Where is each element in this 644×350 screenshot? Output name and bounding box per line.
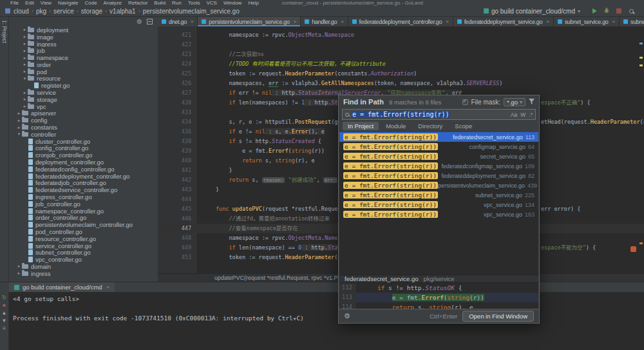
search-result-row[interactable]: e = fmt.Errorf(string(r))secret_service.… [339, 151, 538, 161]
tree-item-ingress[interactable]: ▸ingress [9, 41, 158, 48]
chevron-collapsed-icon[interactable]: ▸ [22, 62, 28, 67]
chevron-collapsed-icon[interactable]: ▸ [16, 264, 22, 269]
line-number[interactable]: 445 [158, 204, 196, 214]
chevron-expanded-icon[interactable]: ▾ [16, 131, 22, 137]
breadcrumb-item[interactable]: persistentvolumeclaim_service.go [143, 8, 240, 15]
tree-item-federatedjob_controller-go[interactable]: federatedjob_controller.go [9, 180, 158, 187]
file-mask-checkbox[interactable] [462, 99, 468, 105]
tree-item-job_controller-go[interactable]: job_controller.go [9, 200, 158, 208]
tree-item-deployment_controller-go[interactable]: deployment_controller.go [9, 159, 158, 166]
scroll-down-icon[interactable]: ▼ [2, 318, 7, 324]
line-number[interactable]: 430 [158, 98, 196, 108]
tree-item-federatedservice_controller-go[interactable]: federatedservice_controller.go [9, 186, 158, 193]
tree-item-config_controller-go[interactable]: config_controller.go [9, 145, 158, 152]
tree-item-pod_controller-go[interactable]: pod_controller.go [9, 228, 158, 235]
breadcrumb-item[interactable]: v1alpha1 [109, 8, 136, 15]
close-icon[interactable]: × [107, 284, 110, 290]
search-result-row[interactable]: e = fmt.Errorf(string(r))persistentvolum… [339, 180, 538, 190]
code-line[interactable]: 425 token := request.HeaderParameter(con… [158, 69, 644, 79]
line-number[interactable]: 427 [158, 88, 196, 98]
tree-item-image[interactable]: ▸image [9, 34, 158, 41]
gear-icon[interactable]: ⚙ [137, 18, 142, 25]
tree-item-namespace[interactable]: ▸namespace [9, 54, 158, 61]
breadcrumb-item[interactable]: service [53, 8, 74, 15]
line-number[interactable]: 433 [158, 108, 196, 117]
menu-analyze[interactable]: Analyze [104, 0, 122, 6]
tree-item-ingress[interactable]: ▸ingress [9, 270, 158, 277]
tree-item-job[interactable]: ▸job [9, 47, 158, 54]
chevron-collapsed-icon[interactable]: ▸ [22, 69, 28, 74]
line-number[interactable]: 425 [158, 69, 196, 79]
close-icon[interactable]: × [446, 19, 448, 24]
line-number[interactable]: 444 [158, 195, 196, 204]
tree-item-config[interactable]: ▸config [9, 117, 158, 124]
search-result-row[interactable]: e = fmt.Errorf(string(r))vpc_service.go1… [339, 209, 538, 219]
code-line[interactable]: 423 //二次获取ns [158, 50, 644, 59]
editor-tab[interactable]: subnet_service.go× [554, 17, 620, 26]
option---icon[interactable]: .* [529, 112, 533, 118]
menu-vcs[interactable]: VCS [206, 0, 216, 6]
chevron-collapsed-icon[interactable]: ▸ [16, 125, 22, 130]
option-W-icon[interactable]: W [520, 112, 526, 118]
rerun-icon[interactable]: ↻ [2, 295, 6, 300]
line-number[interactable]: 453 [158, 253, 196, 262]
code-line[interactable]: 421 namespace := rpvc.ObjectMeta.Namespa… [158, 30, 644, 40]
search-result-row[interactable]: e = fmt.Errorf(string(r))configmap_servc… [339, 142, 538, 151]
line-number[interactable]: 449 [158, 243, 196, 253]
chevron-expanded-icon[interactable]: ▾ [22, 76, 28, 81]
menu-run[interactable]: Run [172, 0, 182, 6]
menu-edit[interactable]: Edit [25, 0, 34, 6]
tree-item-service[interactable]: ▸service [9, 89, 158, 96]
tree-item-namespace_controller-go[interactable]: namespace_controller.go [9, 208, 158, 215]
chevron-collapsed-icon[interactable]: ▸ [22, 27, 28, 32]
search-result-row[interactable]: e = fmt.Errorf(string(r))subnet_service.… [339, 190, 538, 200]
tree-item-ingress_controller-go[interactable]: ingress_controller.go [9, 193, 158, 200]
code-line[interactable]: 424 //TODO 有时间看看是否可以不用二次获取，不建议attribute [158, 59, 644, 69]
scroll-up-icon[interactable]: ▲ [2, 310, 7, 316]
close-icon[interactable]: × [341, 19, 343, 24]
filter-icon[interactable] [529, 99, 535, 106]
code-line[interactable]: 426 namespaces, err := v1alpha3.GetAllNa… [158, 79, 644, 88]
editor-tab[interactable]: federateddeployment_service.go× [453, 17, 554, 26]
menu-tools[interactable]: Tools [188, 0, 200, 6]
scope-tab-directory[interactable]: Directory [413, 122, 448, 130]
line-number[interactable]: 421 [158, 30, 196, 40]
stop-icon[interactable]: ■ [3, 302, 6, 308]
run-config-select[interactable]: go build container_cloud/cmd ▾ [480, 7, 583, 15]
menu-help[interactable]: Help [248, 0, 258, 6]
search-result-row[interactable]: e = fmt.Errorf(string(r))vpc_service.go1… [339, 200, 538, 209]
collapse-all-icon[interactable] [147, 19, 153, 24]
line-number[interactable]: 439 [158, 146, 196, 156]
line-number[interactable]: 424 [158, 59, 196, 69]
search-result-row[interactable]: e = fmt.Errorf(string(r))federatedconfig… [339, 161, 538, 171]
close-icon[interactable]: × [191, 19, 193, 24]
line-number[interactable]: 440 [158, 156, 196, 166]
preview-code-line[interactable]: 112 if s != http.StatusOK { [339, 283, 538, 293]
tree-item-federatedconfig_controller-go[interactable]: federatedconfig_controller.go [9, 166, 158, 173]
editor-tab[interactable]: federateddeployment_controller.go× [348, 17, 453, 26]
option-Aa-icon[interactable]: Aa [511, 112, 517, 118]
gear-icon[interactable]: ⚙ [344, 312, 350, 320]
chevron-collapsed-icon[interactable]: ▸ [22, 48, 28, 53]
chevron-collapsed-icon[interactable]: ▸ [22, 34, 28, 39]
tree-item-vpc_controller-go[interactable]: vpc_controller.go [9, 256, 158, 263]
menu-view[interactable]: View [41, 0, 52, 6]
scope-tab-scope[interactable]: Scope [450, 122, 477, 130]
run-tab[interactable]: go build container_cloud/cmd × [9, 282, 115, 292]
tree-item-apiserver[interactable]: ▸apiserver [9, 110, 158, 117]
chevron-collapsed-icon[interactable]: ▸ [16, 111, 22, 116]
scope-tab-in-project[interactable]: In Project [343, 122, 379, 130]
tree-item-vpc[interactable]: ▸vpc [9, 103, 158, 110]
chevron-collapsed-icon[interactable]: ▸ [22, 90, 28, 95]
line-number[interactable]: 443 [158, 185, 196, 195]
line-number[interactable]: 446 [158, 214, 196, 224]
line-number[interactable]: 423 [158, 50, 196, 59]
tree-item-controller[interactable]: ▾controller [9, 131, 158, 138]
menu-file[interactable]: File [10, 0, 19, 6]
run-button[interactable] [592, 8, 597, 14]
settings-icon[interactable]: ≡ [3, 326, 6, 331]
menu-navigate[interactable]: Navigate [58, 0, 79, 6]
tree-item-constants[interactable]: ▸constants [9, 124, 158, 131]
breadcrumb-item[interactable]: pkg [36, 8, 46, 15]
tree-item-pod[interactable]: ▸pod [9, 68, 158, 75]
